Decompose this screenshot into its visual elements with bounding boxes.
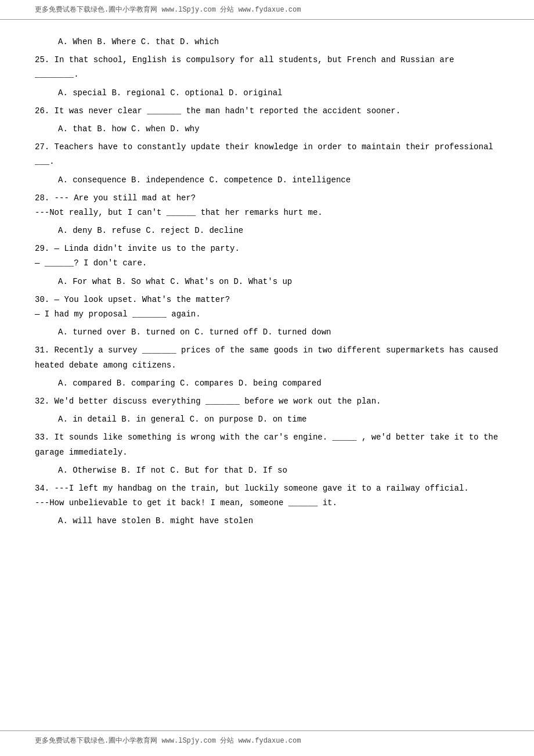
question-28: 28. --- Are you still mad at her? ---Not… [35,191,499,239]
q33-options: A. Otherwise B. If not C. But for that D… [58,463,499,478]
page-header: 更多免费试卷下载绿色.圃中小学教育网 www.lSpjy.com 分站 www.… [0,0,534,20]
q25-options: A. special B. regional C. optional D. or… [58,86,499,100]
q30-options: A. turned over B. turned on C. turned of… [58,325,499,340]
footer-text: 更多免费试卷下载绿色.圃中小学教育网 www.lSpjy.com 分站 www.… [35,737,301,745]
q32-options: A. in detail B. in general C. on purpose… [58,412,499,427]
q33-text: 33. It sounds like something is wrong wi… [35,430,499,459]
q28b-text: ---Not really, but I can't ______ that h… [35,206,499,220]
question-34: 34. ---I left my handbag on the train, b… [35,481,499,529]
question-30: 30. — You look upset. What's the matter?… [35,293,499,340]
q29-options: A. For what B. So what C. What's on D. W… [58,275,499,289]
q31-text: 31. Recently a survey _______ prices of … [35,343,499,372]
question-26: 26. It was never clear _______ the man h… [35,104,499,136]
main-content: A. When B. Where C. that D. which 25. In… [0,20,534,567]
question-32: 32. We'd better discuss everything _____… [35,394,499,427]
question-options-top: A. When B. Where C. that D. which [58,35,499,49]
q28-text: 28. --- Are you still mad at her? [35,191,499,206]
question-33: 33. It sounds like something is wrong wi… [35,430,499,478]
q26-text: 26. It was never clear _______ the man h… [35,104,499,118]
question-27: 27. Teachers have to constantly update t… [35,140,499,188]
question-29: 29. — Linda didn't invite us to the part… [35,242,499,289]
q32-text: 32. We'd better discuss everything _____… [35,394,499,409]
q29b-text: — ______? I don't care. [35,256,499,271]
q27-options: A. consequence B. independence C. compet… [58,173,499,188]
q34-text: 34. ---I left my handbag on the train, b… [35,481,499,496]
q26-options: A. that B. how C. when D. why [58,122,499,136]
q28-options: A. deny B. refuse C. reject D. decline [58,224,499,238]
page-footer: 更多免费试卷下载绿色.圃中小学教育网 www.lSpjy.com 分站 www.… [0,730,534,750]
q34b-text: ---How unbelievable to get it back! I me… [35,496,499,510]
q34-options: A. will have stolen B. might have stolen [58,514,499,528]
question-31: 31. Recently a survey _______ prices of … [35,343,499,391]
q27-text: 27. Teachers have to constantly update t… [35,140,499,169]
q30-text: 30. — You look upset. What's the matter? [35,293,499,307]
q30b-text: — I had my proposal _______ again. [35,307,499,322]
q29-text: 29. — Linda didn't invite us to the part… [35,242,499,256]
q31-options: A. compared B. comparing C. compares D. … [58,376,499,391]
header-text: 更多免费试卷下载绿色.圃中小学教育网 www.lSpjy.com 分站 www.… [35,6,301,14]
q25-text: 25. In that school, English is compulsor… [35,53,499,82]
question-25: 25. In that school, English is compulsor… [35,53,499,100]
options-top-text: A. When B. Where C. that D. which [58,37,219,46]
